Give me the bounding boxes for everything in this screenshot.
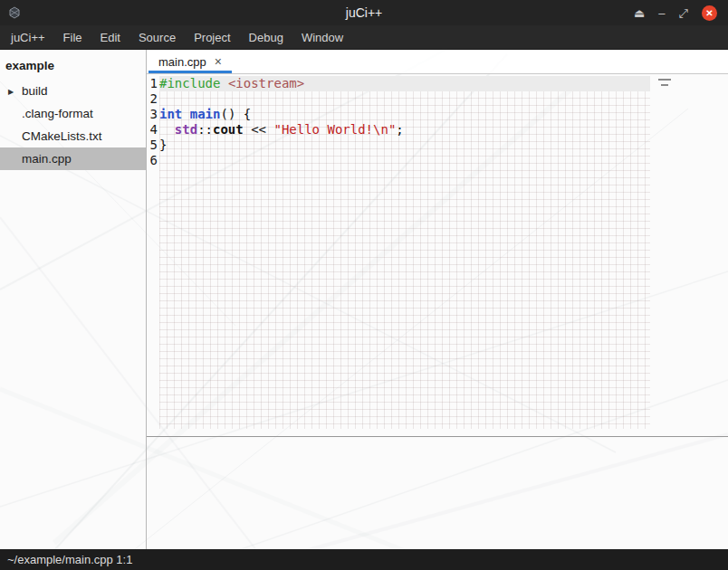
code-line-2[interactable]: 2 xyxy=(147,91,728,107)
line-number: 3 xyxy=(147,107,158,122)
tree-item-clang-format[interactable]: .clang-format xyxy=(0,102,146,125)
tree-items: ▶build.clang-formatCMakeLists.txtmain.cp… xyxy=(0,80,146,170)
tab-main-cpp[interactable]: main.cpp× xyxy=(148,50,232,73)
tree-root-folder[interactable]: example xyxy=(0,55,146,80)
tree-item-label: .clang-format xyxy=(22,107,93,120)
app-window: juCi++ ⏏ – ⤢ ✕ juCi++FileEditSourceProje… xyxy=(0,0,728,570)
line-content: std::cout << "Hello World!\n"; xyxy=(159,122,650,138)
content-area: example ▶build.clang-formatCMakeLists.tx… xyxy=(0,50,728,549)
code-editor[interactable]: 1#include <iostream>23int main() {4 std:… xyxy=(147,74,728,437)
line-content xyxy=(159,91,650,107)
code-line-1[interactable]: 1#include <iostream> xyxy=(147,76,728,91)
tree-item-main-cpp[interactable]: main.cpp xyxy=(0,147,146,170)
menu-debug[interactable]: Debug xyxy=(240,25,292,49)
main-pane: main.cpp× 1#include <iostream>23int main… xyxy=(147,50,728,549)
menu-window[interactable]: Window xyxy=(292,25,352,49)
line-number: 2 xyxy=(147,91,158,107)
line-number: 6 xyxy=(147,153,158,168)
code-line-4[interactable]: 4 std::cout << "Hello World!\n"; xyxy=(147,122,728,138)
tab-close-icon[interactable]: × xyxy=(215,54,222,69)
window-title: juCi++ xyxy=(0,5,728,20)
tree-item-label: build xyxy=(22,84,48,98)
line-number: 5 xyxy=(147,138,158,153)
scroll-overview-marks xyxy=(658,79,671,90)
file-tree-sidebar: example ▶build.clang-formatCMakeLists.tx… xyxy=(0,50,147,549)
menu-source[interactable]: Source xyxy=(129,25,185,49)
tab-label: main.cpp xyxy=(158,55,206,69)
tree-item-label: main.cpp xyxy=(22,152,72,166)
close-button[interactable]: ✕ xyxy=(702,5,717,21)
terminal-panel[interactable] xyxy=(147,437,728,549)
expand-arrow-icon[interactable]: ▶ xyxy=(8,87,14,95)
line-content xyxy=(159,153,650,168)
code-line-3[interactable]: 3int main() { xyxy=(147,107,728,122)
menu-edit[interactable]: Edit xyxy=(91,25,129,49)
tree-item-cmakelists-txt[interactable]: CMakeLists.txt xyxy=(0,125,146,147)
tree-item-build[interactable]: ▶build xyxy=(0,80,146,102)
line-content: int main() { xyxy=(159,107,650,122)
status-file-position: ~/example/main.cpp 1:1 xyxy=(7,553,132,566)
restore-button[interactable]: ⤢ xyxy=(679,7,688,19)
menu-juci[interactable]: juCi++ xyxy=(2,25,54,49)
line-number: 1 xyxy=(147,76,158,91)
menubar: juCi++FileEditSourceProjectDebugWindow xyxy=(0,25,728,50)
tabbar: main.cpp× xyxy=(147,50,728,74)
titlebar: juCi++ ⏏ – ⤢ ✕ xyxy=(0,0,728,25)
line-content: } xyxy=(159,138,650,153)
eject-icon[interactable]: ⏏ xyxy=(634,7,645,19)
menu-file[interactable]: File xyxy=(54,25,91,49)
minimize-button[interactable]: – xyxy=(658,7,665,19)
line-number: 4 xyxy=(147,122,158,138)
tree-item-label: CMakeLists.txt xyxy=(22,129,102,143)
code-line-6[interactable]: 6 xyxy=(147,153,728,168)
statusbar: ~/example/main.cpp 1:1 xyxy=(0,549,728,570)
menu-project[interactable]: Project xyxy=(185,25,239,49)
code-lines: 1#include <iostream>23int main() {4 std:… xyxy=(147,74,728,168)
code-line-5[interactable]: 5} xyxy=(147,138,728,153)
app-logo-icon xyxy=(7,5,24,21)
line-content: #include <iostream> xyxy=(159,76,650,91)
window-controls: ⏏ – ⤢ ✕ xyxy=(634,5,728,21)
